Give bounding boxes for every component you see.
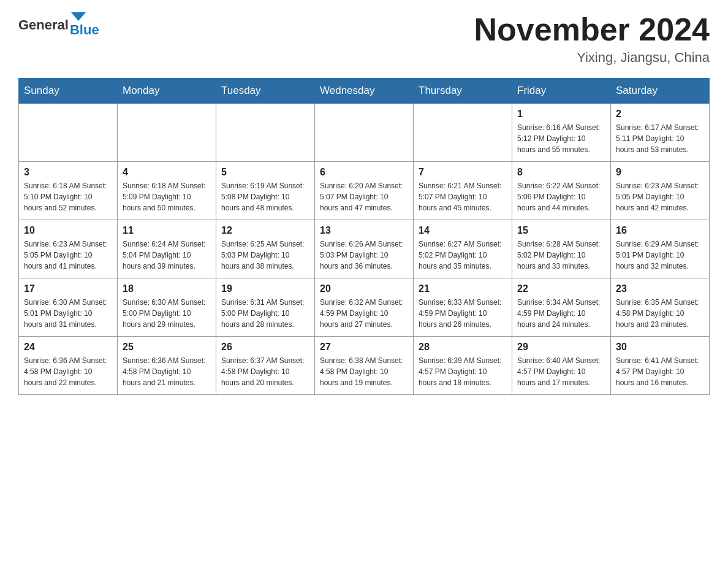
calendar-cell: 29Sunrise: 6:40 AM Sunset: 4:57 PM Dayli… [512,337,611,395]
calendar-cell: 25Sunrise: 6:36 AM Sunset: 4:58 PM Dayli… [118,337,216,395]
month-title: November 2024 [474,12,710,47]
calendar-cell: 23Sunrise: 6:35 AM Sunset: 4:58 PM Dayli… [611,278,710,337]
day-number: 2 [616,109,704,120]
day-info: Sunrise: 6:18 AM Sunset: 5:10 PM Dayligh… [24,180,112,213]
calendar-cell: 12Sunrise: 6:25 AM Sunset: 5:03 PM Dayli… [216,220,315,278]
calendar-cell: 4Sunrise: 6:18 AM Sunset: 5:09 PM Daylig… [118,162,216,220]
day-number: 30 [616,342,704,353]
calendar-cell: 7Sunrise: 6:21 AM Sunset: 5:07 PM Daylig… [414,162,512,220]
day-info: Sunrise: 6:29 AM Sunset: 5:01 PM Dayligh… [616,239,704,272]
calendar-cell: 22Sunrise: 6:34 AM Sunset: 4:59 PM Dayli… [512,278,611,337]
calendar-cell: 30Sunrise: 6:41 AM Sunset: 4:57 PM Dayli… [611,337,710,395]
header: General Blue November 2024 Yixing, Jiang… [18,12,710,66]
day-number: 24 [24,342,112,353]
calendar-week-row: 10Sunrise: 6:23 AM Sunset: 5:05 PM Dayli… [19,220,710,278]
calendar-cell [216,104,315,162]
day-info: Sunrise: 6:19 AM Sunset: 5:08 PM Dayligh… [221,180,309,213]
calendar-cell [118,104,216,162]
header-row: SundayMondayTuesdayWednesdayThursdayFrid… [19,79,710,104]
calendar-cell: 19Sunrise: 6:31 AM Sunset: 5:00 PM Dayli… [216,278,315,337]
calendar-cell: 13Sunrise: 6:26 AM Sunset: 5:03 PM Dayli… [315,220,414,278]
day-number: 6 [320,167,408,178]
day-of-week-header: Monday [118,79,216,104]
calendar-cell: 10Sunrise: 6:23 AM Sunset: 5:05 PM Dayli… [19,220,118,278]
day-info: Sunrise: 6:36 AM Sunset: 4:58 PM Dayligh… [123,355,211,388]
day-number: 19 [221,283,309,294]
logo-blue-part: Blue [70,12,99,38]
day-info: Sunrise: 6:35 AM Sunset: 4:58 PM Dayligh… [616,297,704,330]
day-number: 4 [123,167,211,178]
calendar-cell: 28Sunrise: 6:39 AM Sunset: 4:57 PM Dayli… [414,337,512,395]
day-info: Sunrise: 6:32 AM Sunset: 4:59 PM Dayligh… [320,297,408,330]
day-number: 9 [616,167,704,178]
calendar-cell: 18Sunrise: 6:30 AM Sunset: 5:00 PM Dayli… [118,278,216,337]
day-number: 11 [123,225,211,236]
calendar-cell: 27Sunrise: 6:38 AM Sunset: 4:58 PM Dayli… [315,337,414,395]
logo-blue-text: Blue [70,22,99,38]
day-info: Sunrise: 6:34 AM Sunset: 4:59 PM Dayligh… [517,297,605,330]
day-info: Sunrise: 6:23 AM Sunset: 5:05 PM Dayligh… [616,180,704,213]
calendar-cell: 5Sunrise: 6:19 AM Sunset: 5:08 PM Daylig… [216,162,315,220]
calendar-cell: 17Sunrise: 6:30 AM Sunset: 5:01 PM Dayli… [19,278,118,337]
calendar-cell: 11Sunrise: 6:24 AM Sunset: 5:04 PM Dayli… [118,220,216,278]
calendar-cell: 1Sunrise: 6:16 AM Sunset: 5:12 PM Daylig… [512,104,611,162]
day-of-week-header: Sunday [19,79,118,104]
day-info: Sunrise: 6:24 AM Sunset: 5:04 PM Dayligh… [123,239,211,272]
day-info: Sunrise: 6:39 AM Sunset: 4:57 PM Dayligh… [419,355,507,388]
day-info: Sunrise: 6:36 AM Sunset: 4:58 PM Dayligh… [24,355,112,388]
day-info: Sunrise: 6:22 AM Sunset: 5:06 PM Dayligh… [517,180,605,213]
day-info: Sunrise: 6:28 AM Sunset: 5:02 PM Dayligh… [517,239,605,272]
day-info: Sunrise: 6:25 AM Sunset: 5:03 PM Dayligh… [221,239,309,272]
day-info: Sunrise: 6:17 AM Sunset: 5:11 PM Dayligh… [616,122,704,155]
day-info: Sunrise: 6:21 AM Sunset: 5:07 PM Dayligh… [419,180,507,213]
day-info: Sunrise: 6:33 AM Sunset: 4:59 PM Dayligh… [419,297,507,330]
logo-general-text: General [18,17,69,33]
day-info: Sunrise: 6:41 AM Sunset: 4:57 PM Dayligh… [616,355,704,388]
day-number: 22 [517,283,605,294]
calendar-cell [315,104,414,162]
day-of-week-header: Thursday [414,79,512,104]
day-number: 29 [517,342,605,353]
day-number: 14 [419,225,507,236]
day-number: 13 [320,225,408,236]
day-number: 26 [221,342,309,353]
day-info: Sunrise: 6:18 AM Sunset: 5:09 PM Dayligh… [123,180,211,213]
day-of-week-header: Friday [512,79,611,104]
calendar-cell: 8Sunrise: 6:22 AM Sunset: 5:06 PM Daylig… [512,162,611,220]
day-number: 1 [517,109,605,120]
calendar-cell: 26Sunrise: 6:37 AM Sunset: 4:58 PM Dayli… [216,337,315,395]
day-number: 17 [24,283,112,294]
calendar-cell: 2Sunrise: 6:17 AM Sunset: 5:11 PM Daylig… [611,104,710,162]
calendar-cell: 20Sunrise: 6:32 AM Sunset: 4:59 PM Dayli… [315,278,414,337]
calendar-week-row: 3Sunrise: 6:18 AM Sunset: 5:10 PM Daylig… [19,162,710,220]
calendar-week-row: 17Sunrise: 6:30 AM Sunset: 5:01 PM Dayli… [19,278,710,337]
calendar-table: SundayMondayTuesdayWednesdayThursdayFrid… [18,78,710,395]
day-number: 15 [517,225,605,236]
day-number: 12 [221,225,309,236]
calendar-week-row: 1Sunrise: 6:16 AM Sunset: 5:12 PM Daylig… [19,104,710,162]
day-of-week-header: Tuesday [216,79,315,104]
calendar-cell: 16Sunrise: 6:29 AM Sunset: 5:01 PM Dayli… [611,220,710,278]
day-number: 10 [24,225,112,236]
logo: General Blue [18,12,99,38]
day-number: 27 [320,342,408,353]
day-number: 23 [616,283,704,294]
day-info: Sunrise: 6:30 AM Sunset: 5:00 PM Dayligh… [123,297,211,330]
calendar-cell: 6Sunrise: 6:20 AM Sunset: 5:07 PM Daylig… [315,162,414,220]
location-title: Yixing, Jiangsu, China [474,50,710,66]
day-number: 8 [517,167,605,178]
day-number: 18 [123,283,211,294]
day-number: 20 [320,283,408,294]
calendar-cell: 3Sunrise: 6:18 AM Sunset: 5:10 PM Daylig… [19,162,118,220]
day-number: 7 [419,167,507,178]
calendar-cell [19,104,118,162]
day-info: Sunrise: 6:30 AM Sunset: 5:01 PM Dayligh… [24,297,112,330]
day-number: 3 [24,167,112,178]
day-info: Sunrise: 6:23 AM Sunset: 5:05 PM Dayligh… [24,239,112,272]
day-number: 5 [221,167,309,178]
day-info: Sunrise: 6:16 AM Sunset: 5:12 PM Dayligh… [517,122,605,155]
day-of-week-header: Wednesday [315,79,414,104]
calendar-cell: 15Sunrise: 6:28 AM Sunset: 5:02 PM Dayli… [512,220,611,278]
day-info: Sunrise: 6:20 AM Sunset: 5:07 PM Dayligh… [320,180,408,213]
calendar-cell: 24Sunrise: 6:36 AM Sunset: 4:58 PM Dayli… [19,337,118,395]
